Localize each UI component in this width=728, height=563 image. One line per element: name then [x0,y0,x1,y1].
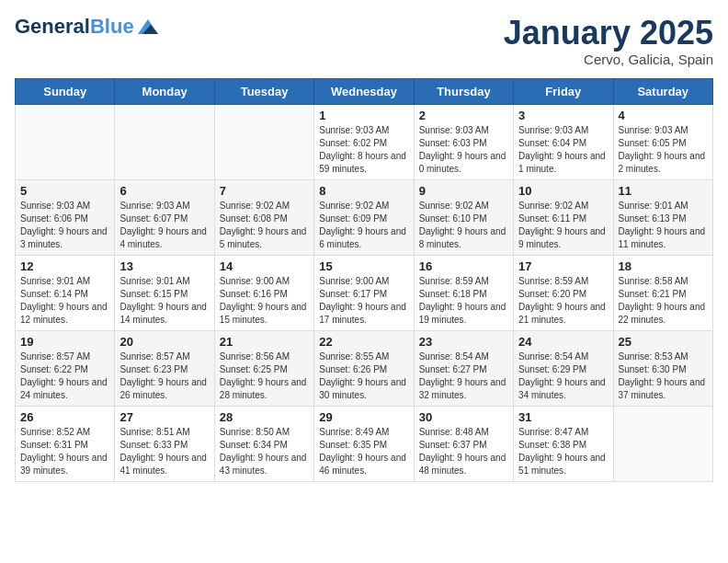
day-number: 11 [619,184,708,198]
day-info: Sunrise: 8:59 AMSunset: 6:20 PMDaylight:… [518,275,608,327]
day-number: 30 [419,410,508,424]
day-info: Sunrise: 9:01 AMSunset: 6:14 PMDaylight:… [20,275,109,327]
day-info: Sunrise: 8:51 AMSunset: 6:33 PMDaylight:… [119,426,209,477]
day-number: 3 [518,109,608,122]
calendar-cell: 28Sunrise: 8:50 AMSunset: 6:34 PMDayligh… [214,406,313,481]
day-number: 26 [20,410,109,424]
day-info: Sunrise: 8:57 AMSunset: 6:22 PMDaylight:… [20,350,109,402]
calendar-cell: 21Sunrise: 8:56 AMSunset: 6:25 PMDayligh… [214,330,313,406]
day-info: Sunrise: 9:00 AMSunset: 6:17 PMDaylight:… [319,275,408,327]
day-info: Sunrise: 8:47 AMSunset: 6:38 PMDaylight:… [518,426,608,477]
day-number: 5 [20,184,109,198]
weekday-header-wednesday: Wednesday [314,78,414,104]
day-info: Sunrise: 9:02 AMSunset: 6:08 PMDaylight:… [220,200,309,251]
day-number: 9 [419,184,508,198]
calendar-cell: 29Sunrise: 8:49 AMSunset: 6:35 PMDayligh… [314,406,414,481]
day-number: 31 [518,410,608,424]
calendar-cell: 31Sunrise: 8:47 AMSunset: 6:38 PMDayligh… [514,406,613,481]
calendar-cell: 9Sunrise: 9:02 AMSunset: 6:10 PMDaylight… [414,179,513,255]
calendar-cell [16,104,115,179]
calendar-cell [613,406,712,481]
calendar-cell: 27Sunrise: 8:51 AMSunset: 6:33 PMDayligh… [115,406,214,481]
day-number: 14 [220,259,309,273]
day-number: 18 [619,259,708,273]
day-info: Sunrise: 9:01 AMSunset: 6:15 PMDaylight:… [119,275,209,327]
day-number: 10 [518,184,608,198]
page-header: GeneralBlue January 2025 Cervo, Galicia,… [15,15,713,67]
day-info: Sunrise: 9:02 AMSunset: 6:10 PMDaylight:… [419,200,508,251]
day-info: Sunrise: 8:54 AMSunset: 6:27 PMDaylight:… [419,350,508,402]
day-info: Sunrise: 9:03 AMSunset: 6:04 PMDaylight:… [518,124,608,176]
calendar-cell: 18Sunrise: 8:58 AMSunset: 6:21 PMDayligh… [613,255,712,330]
calendar-cell: 30Sunrise: 8:48 AMSunset: 6:37 PMDayligh… [414,406,513,481]
day-info: Sunrise: 9:03 AMSunset: 6:03 PMDaylight:… [419,124,508,176]
calendar-cell [214,104,313,179]
day-info: Sunrise: 9:03 AMSunset: 6:02 PMDaylight:… [319,124,408,176]
day-info: Sunrise: 8:49 AMSunset: 6:35 PMDaylight:… [319,426,408,477]
day-number: 2 [419,109,508,122]
day-number: 19 [20,335,109,349]
day-number: 12 [20,259,109,273]
day-info: Sunrise: 9:01 AMSunset: 6:13 PMDaylight:… [619,200,708,251]
day-number: 1 [319,109,408,122]
calendar-cell: 4Sunrise: 9:03 AMSunset: 6:05 PMDaylight… [613,104,712,179]
day-number: 8 [319,184,408,198]
day-number: 27 [119,410,209,424]
day-info: Sunrise: 8:57 AMSunset: 6:23 PMDaylight:… [119,350,209,402]
day-info: Sunrise: 9:02 AMSunset: 6:09 PMDaylight:… [319,200,408,251]
calendar-cell: 11Sunrise: 9:01 AMSunset: 6:13 PMDayligh… [613,179,712,255]
calendar-cell: 16Sunrise: 8:59 AMSunset: 6:18 PMDayligh… [414,255,513,330]
week-row-3: 12Sunrise: 9:01 AMSunset: 6:14 PMDayligh… [16,255,713,330]
day-info: Sunrise: 8:59 AMSunset: 6:18 PMDaylight:… [419,275,508,327]
day-info: Sunrise: 8:52 AMSunset: 6:31 PMDaylight:… [20,426,109,477]
day-number: 23 [419,335,508,349]
calendar-cell: 24Sunrise: 8:54 AMSunset: 6:29 PMDayligh… [514,330,613,406]
weekday-header-thursday: Thursday [414,78,513,104]
calendar-cell: 20Sunrise: 8:57 AMSunset: 6:23 PMDayligh… [115,330,214,406]
day-info: Sunrise: 9:03 AMSunset: 6:07 PMDaylight:… [119,200,209,251]
calendar-cell: 10Sunrise: 9:02 AMSunset: 6:11 PMDayligh… [514,179,613,255]
calendar-cell: 7Sunrise: 9:02 AMSunset: 6:08 PMDaylight… [214,179,313,255]
day-info: Sunrise: 8:55 AMSunset: 6:26 PMDaylight:… [319,350,408,402]
week-row-1: 1Sunrise: 9:03 AMSunset: 6:02 PMDaylight… [16,104,713,179]
day-number: 28 [220,410,309,424]
week-row-2: 5Sunrise: 9:03 AMSunset: 6:06 PMDaylight… [16,179,713,255]
day-number: 20 [119,335,209,349]
day-number: 16 [419,259,508,273]
day-number: 4 [619,109,708,122]
calendar-cell: 23Sunrise: 8:54 AMSunset: 6:27 PMDayligh… [414,330,513,406]
day-info: Sunrise: 9:02 AMSunset: 6:11 PMDaylight:… [518,200,608,251]
calendar-cell: 5Sunrise: 9:03 AMSunset: 6:06 PMDaylight… [16,179,115,255]
logo: GeneralBlue [15,15,158,39]
day-number: 25 [619,335,708,349]
calendar-cell: 2Sunrise: 9:03 AMSunset: 6:03 PMDaylight… [414,104,513,179]
calendar-cell: 13Sunrise: 9:01 AMSunset: 6:15 PMDayligh… [115,255,214,330]
day-number: 29 [319,410,408,424]
calendar-cell: 8Sunrise: 9:02 AMSunset: 6:09 PMDaylight… [314,179,414,255]
week-row-5: 26Sunrise: 8:52 AMSunset: 6:31 PMDayligh… [16,406,713,481]
calendar-cell: 17Sunrise: 8:59 AMSunset: 6:20 PMDayligh… [514,255,613,330]
title-area: January 2025 Cervo, Galicia, Spain [504,15,713,67]
day-number: 24 [518,335,608,349]
day-number: 21 [220,335,309,349]
day-number: 13 [119,259,209,273]
day-info: Sunrise: 8:54 AMSunset: 6:29 PMDaylight:… [518,350,608,402]
day-number: 17 [518,259,608,273]
calendar-cell: 22Sunrise: 8:55 AMSunset: 6:26 PMDayligh… [314,330,414,406]
weekday-header-tuesday: Tuesday [214,78,313,104]
calendar-cell: 1Sunrise: 9:03 AMSunset: 6:02 PMDaylight… [314,104,414,179]
weekday-header-monday: Monday [115,78,214,104]
day-number: 22 [319,335,408,349]
calendar-cell: 26Sunrise: 8:52 AMSunset: 6:31 PMDayligh… [16,406,115,481]
day-info: Sunrise: 9:03 AMSunset: 6:06 PMDaylight:… [20,200,109,251]
calendar-subtitle: Cervo, Galicia, Spain [504,52,713,67]
calendar-title: January 2025 [504,15,713,52]
calendar-cell: 14Sunrise: 9:00 AMSunset: 6:16 PMDayligh… [214,255,313,330]
day-number: 6 [119,184,209,198]
week-row-4: 19Sunrise: 8:57 AMSunset: 6:22 PMDayligh… [16,330,713,406]
calendar-cell: 19Sunrise: 8:57 AMSunset: 6:22 PMDayligh… [16,330,115,406]
calendar-cell [115,104,214,179]
day-info: Sunrise: 8:56 AMSunset: 6:25 PMDaylight:… [220,350,309,402]
weekday-header-row: SundayMondayTuesdayWednesdayThursdayFrid… [16,78,713,104]
calendar-cell: 6Sunrise: 9:03 AMSunset: 6:07 PMDaylight… [115,179,214,255]
